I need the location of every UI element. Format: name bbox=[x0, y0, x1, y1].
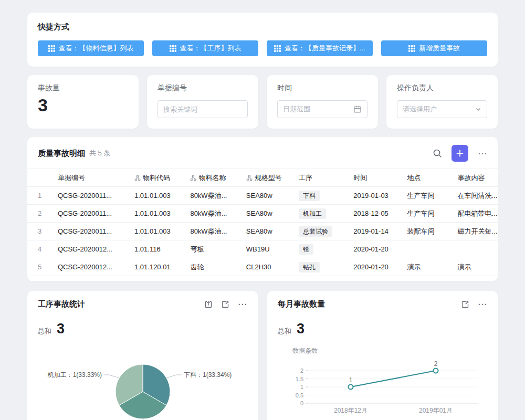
column-header-place[interactable]: 地点 bbox=[401, 169, 452, 187]
add-record-button[interactable] bbox=[452, 145, 468, 162]
shortcuts-title: 快捷方式 bbox=[38, 22, 487, 32]
row-number-header bbox=[27, 169, 51, 187]
cell-doc: QCSG-2020012... bbox=[51, 240, 128, 258]
cell-spec: SEA80w bbox=[240, 205, 292, 223]
shortcuts-card: 快捷方式 查看：【物料信息】列表查看：【工序】列表查看：【质量事故记录】...新… bbox=[27, 13, 498, 67]
cell-name: 80kW柴油... bbox=[184, 205, 239, 223]
y-tick-label: 0.5 bbox=[296, 392, 303, 398]
expand-button[interactable] bbox=[461, 300, 469, 309]
column-header-label: 事故内容 bbox=[458, 174, 485, 182]
cell-date: 2019-01-03 bbox=[347, 187, 401, 205]
data-point[interactable] bbox=[434, 369, 438, 373]
chart-row: 工序事故统计 ⋯ bbox=[27, 291, 498, 420]
data-point[interactable] bbox=[349, 385, 353, 390]
column-header-label: 工序 bbox=[299, 174, 312, 182]
data-point-label: 1 bbox=[349, 376, 353, 384]
shortcut-buttons: 查看：【物料信息】列表查看：【工序】列表查看：【质量事故记录】...新增质量事故 bbox=[38, 40, 487, 56]
detail-table-card: 质量事故明细 共 5 条 ⋯ 单据编号物料代码物料名称规格型号工序时间地点事故内… bbox=[27, 137, 498, 281]
cell-content bbox=[452, 240, 498, 258]
operator-select[interactable]: 请选择用户 bbox=[397, 100, 487, 118]
cell-process: 总装试验 bbox=[292, 223, 347, 240]
y-tick-label: 0 bbox=[300, 400, 303, 406]
line-chart-ylabel: 数据条数 bbox=[292, 347, 318, 354]
more-icon[interactable]: ⋯ bbox=[238, 300, 247, 309]
pie-card-header: 工序事故统计 ⋯ bbox=[38, 299, 247, 309]
more-icon[interactable]: ⋯ bbox=[478, 300, 487, 309]
cell-doc: QCSG-2020011... bbox=[51, 187, 128, 205]
cell-date: 2019-01-14 bbox=[347, 223, 401, 240]
row-number: 1 bbox=[27, 187, 51, 205]
pie-leader-line bbox=[166, 375, 182, 378]
column-header-name[interactable]: 物料名称 bbox=[184, 169, 239, 187]
process-tag: 钻孔 bbox=[299, 262, 320, 272]
monthly-line-card: 每月事故数量 ⋯ 总和 3 数据条数00.511.5212018年12月2201… bbox=[267, 291, 498, 420]
table-row[interactable]: 4QCSG-2020012...1.01.116弯板WB19U镗2020-01-… bbox=[27, 240, 498, 258]
column-header-label: 物料名称 bbox=[198, 174, 226, 182]
column-header-label: 地点 bbox=[407, 174, 421, 182]
cell-spec: SEA80w bbox=[240, 223, 292, 240]
row-number: 4 bbox=[27, 240, 51, 258]
grid-icon bbox=[274, 45, 281, 52]
process-tag: 机加工 bbox=[299, 208, 326, 219]
search-button[interactable] bbox=[433, 149, 442, 158]
shortcut-button-label: 查看：【质量事故记录】... bbox=[285, 44, 365, 53]
filter-row: 事故量 3 单据编号 时间 日期范围 操作负责人 请选择用户 bbox=[27, 75, 498, 129]
pie-card-title: 工序事故统计 bbox=[38, 299, 85, 309]
column-header-spec[interactable]: 规格型号 bbox=[240, 169, 292, 187]
expand-button[interactable] bbox=[221, 300, 229, 309]
cell-content: 磁力开关短... bbox=[452, 223, 498, 240]
cell-code: 1.01.116 bbox=[128, 240, 184, 258]
column-header-code[interactable]: 物料代码 bbox=[128, 169, 184, 187]
shortcut-button-label: 查看：【物料信息】列表 bbox=[59, 44, 134, 53]
filter-card-doc-no: 单据编号 bbox=[147, 75, 258, 129]
table-row[interactable]: 5QCSG-2020012...1.01.120.01齿轮CL2H30钻孔202… bbox=[27, 258, 498, 276]
stat-label: 事故量 bbox=[38, 83, 128, 93]
column-header-label: 单据编号 bbox=[58, 174, 85, 182]
table-row[interactable]: 1QCSG-2020011...1.01.01.00380kW柴油...SEA8… bbox=[27, 187, 498, 205]
date-range-input[interactable]: 日期范围 bbox=[277, 100, 368, 118]
cell-doc: QCSG-2020011... bbox=[51, 223, 128, 240]
shortcut-button[interactable]: 查看：【工序】列表 bbox=[152, 40, 258, 56]
line-card-title: 每月事故数量 bbox=[278, 299, 325, 309]
process-tag: 总装试验 bbox=[299, 226, 332, 237]
column-header-content[interactable]: 事故内容 bbox=[452, 169, 498, 187]
shortcut-button[interactable]: 查看：【物料信息】列表 bbox=[38, 40, 144, 56]
table-row[interactable]: 3QCSG-2020011...1.01.01.00380kW柴油...SEA8… bbox=[27, 223, 498, 240]
more-icon[interactable]: ⋯ bbox=[478, 149, 487, 158]
y-tick-label: 1.5 bbox=[296, 376, 303, 382]
process-pie-card: 工序事故统计 ⋯ bbox=[27, 291, 258, 420]
column-header-date[interactable]: 时间 bbox=[347, 169, 401, 187]
date-range-placeholder: 日期范围 bbox=[283, 104, 310, 114]
detail-table: 单据编号物料代码物料名称规格型号工序时间地点事故内容操1QCSG-2020011… bbox=[27, 169, 498, 276]
cell-code: 1.01.120.01 bbox=[128, 258, 184, 276]
x-tick-label: 2018年12月 bbox=[334, 407, 368, 414]
cell-content: 在车间清洗... bbox=[452, 187, 498, 205]
line-card-actions: ⋯ bbox=[461, 300, 487, 309]
table-record-count: 共 5 条 bbox=[89, 149, 110, 158]
grid-icon bbox=[48, 45, 55, 52]
export-button[interactable] bbox=[204, 300, 213, 309]
pie-total-row: 总和 3 bbox=[38, 321, 247, 337]
filter-card-time: 时间 日期范围 bbox=[267, 75, 378, 129]
shortcut-button[interactable]: 新增质量事故 bbox=[381, 40, 487, 56]
y-tick-label: 1 bbox=[300, 384, 303, 390]
table-actions: ⋯ bbox=[433, 145, 487, 162]
cell-place: 演示 bbox=[401, 258, 452, 276]
column-header-label: 时间 bbox=[353, 174, 367, 182]
line-total-value: 3 bbox=[297, 321, 304, 337]
cell-place: 生产车间 bbox=[401, 187, 452, 205]
cell-place bbox=[401, 240, 452, 258]
pie-slice-label: 机加工：1(33.33%) bbox=[47, 371, 102, 379]
table-row[interactable]: 2QCSG-2020011...1.01.01.00380kW柴油...SEA8… bbox=[27, 205, 498, 223]
cell-process: 下料 bbox=[292, 187, 347, 205]
cell-code: 1.01.01.003 bbox=[128, 187, 184, 205]
shortcut-button[interactable]: 查看：【质量事故记录】... bbox=[267, 40, 373, 56]
doc-no-search-input[interactable] bbox=[158, 100, 248, 118]
column-header-doc[interactable]: 单据编号 bbox=[51, 169, 128, 187]
cell-process: 镗 bbox=[292, 240, 347, 258]
dashboard-page: 快捷方式 查看：【物料信息】列表查看：【工序】列表查看：【质量事故记录】...新… bbox=[27, 0, 498, 420]
column-header-process[interactable]: 工序 bbox=[292, 169, 347, 187]
line-total-label: 总和 bbox=[278, 327, 291, 336]
cell-date: 2020-01-20 bbox=[347, 240, 401, 258]
cell-doc: QCSG-2020012... bbox=[51, 258, 128, 276]
